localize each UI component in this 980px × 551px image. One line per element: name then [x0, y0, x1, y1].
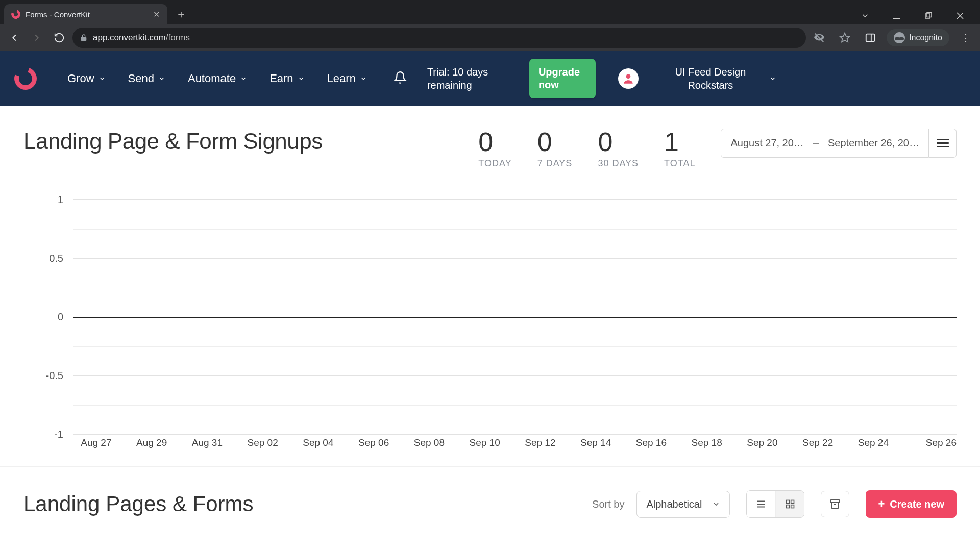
svg-rect-16 [791, 505, 794, 508]
view-list-button[interactable] [747, 491, 775, 517]
x-tick: Sep 04 [290, 437, 346, 448]
list-icon [755, 498, 767, 510]
avatar[interactable] [618, 68, 639, 89]
tracking-protection-icon[interactable] [810, 29, 828, 47]
close-window-icon[interactable] [951, 7, 969, 24]
page-title: Landing Page & Form Signups [23, 129, 323, 154]
browser-tab[interactable]: Forms - ConvertKit ✕ [4, 4, 167, 24]
svg-marker-6 [840, 33, 849, 41]
sort-selected: Alphabetical [646, 498, 702, 510]
nav-send[interactable]: Send [128, 72, 165, 85]
x-tick: Sep 18 [679, 437, 734, 448]
maximize-window-icon[interactable] [920, 7, 937, 24]
list-section-title: Landing Pages & Forms [23, 492, 254, 516]
nav-learn[interactable]: Learn [327, 72, 367, 85]
nav-label: Learn [327, 72, 356, 85]
x-tick: Sep 20 [734, 437, 790, 448]
grid-icon [785, 499, 795, 509]
app-navbar: Grow Send Automate Earn Learn Trial: 10 … [0, 51, 980, 106]
reload-button[interactable] [50, 29, 68, 47]
back-button[interactable] [5, 29, 23, 47]
bookmark-star-icon[interactable] [836, 29, 854, 47]
view-toggle [746, 490, 804, 518]
stat-today: 0 TODAY [478, 129, 511, 169]
stat-label: 30 DAYS [598, 158, 639, 169]
nav-links: Grow Send Automate Earn Learn [67, 71, 407, 86]
nav-earn[interactable]: Earn [270, 72, 304, 85]
x-tick: Sep 14 [568, 437, 624, 448]
svg-rect-2 [927, 13, 932, 17]
x-tick: Sep 26 [901, 437, 957, 448]
stat-label: TOTAL [664, 158, 695, 169]
account-name: UI Feed Design Rockstars [664, 65, 757, 92]
svg-rect-1 [925, 14, 930, 18]
x-tick: Aug 31 [180, 437, 235, 448]
y-tick: 0.5 [23, 253, 63, 264]
x-tick: Sep 22 [790, 437, 846, 448]
url-text: app.convertkit.com/forms [93, 33, 190, 43]
nav-automate[interactable]: Automate [188, 72, 247, 85]
stat-30days: 0 30 DAYS [598, 129, 639, 169]
x-tick: Sep 08 [402, 437, 457, 448]
svg-rect-0 [893, 18, 900, 19]
chevron-down-icon [769, 74, 776, 83]
tab-title: Forms - ConvertKit [26, 10, 147, 19]
side-panel-icon[interactable] [861, 29, 879, 47]
nav-label: Automate [188, 72, 236, 85]
chevron-down-icon [240, 75, 247, 82]
stat-total: 1 TOTAL [664, 129, 695, 169]
date-range-picker[interactable]: August 27, 20… – September 26, 20… [721, 129, 929, 158]
sort-select[interactable]: Alphabetical [636, 491, 730, 518]
address-bar[interactable]: app.convertkit.com/forms [72, 28, 806, 48]
y-tick: 0 [23, 311, 63, 323]
x-tick: Aug 29 [124, 437, 180, 448]
incognito-label: Incognito [909, 33, 942, 42]
svg-rect-13 [786, 500, 789, 504]
y-tick: -0.5 [23, 370, 63, 382]
y-tick: 1 [23, 194, 63, 206]
incognito-badge[interactable]: Incognito [887, 29, 949, 46]
svg-rect-7 [866, 34, 875, 41]
favicon-icon [11, 10, 20, 19]
forward-button[interactable] [28, 29, 46, 47]
upgrade-button[interactable]: Upgrade now [529, 59, 596, 98]
minimize-window-icon[interactable] [888, 7, 905, 24]
chart-menu-button[interactable] [929, 129, 957, 158]
view-grid-button[interactable] [775, 491, 804, 517]
stat-7days: 0 7 DAYS [537, 129, 573, 169]
chevron-down-icon[interactable] [856, 7, 874, 24]
x-tick: Aug 27 [68, 437, 124, 448]
sort-by-label: Sort by [592, 498, 624, 510]
x-tick: Sep 16 [624, 437, 679, 448]
nav-label: Send [128, 72, 154, 85]
archive-icon [829, 498, 841, 510]
chevron-down-icon [298, 75, 305, 82]
plus-icon: + [878, 497, 885, 511]
notifications-bell-icon[interactable] [394, 71, 407, 86]
svg-point-9 [626, 74, 631, 79]
convertkit-logo-icon[interactable] [14, 67, 37, 90]
signups-chart: 10.50-0.5-1 Aug 27Aug 29Aug 31Sep 02Sep … [23, 199, 957, 448]
stat-value: 1 [664, 129, 695, 155]
create-new-button[interactable]: + Create new [866, 490, 957, 518]
create-label: Create new [890, 498, 944, 510]
account-dropdown[interactable]: UI Feed Design Rockstars [664, 65, 776, 92]
chevron-down-icon [360, 75, 367, 82]
stats-row: 0 TODAY 0 7 DAYS 0 30 DAYS 1 TOTAL [478, 129, 695, 169]
incognito-icon [894, 32, 905, 43]
date-separator: – [813, 137, 819, 149]
x-tick: Sep 02 [235, 437, 290, 448]
trial-status: Trial: 10 days remaining [427, 65, 509, 92]
archive-button[interactable] [821, 491, 849, 517]
chevron-down-icon [158, 75, 165, 82]
stat-value: 0 [478, 129, 511, 155]
close-tab-icon[interactable]: ✕ [152, 10, 160, 18]
nav-label: Grow [67, 72, 94, 85]
browser-menu-icon[interactable]: ⋮ [957, 32, 975, 44]
new-tab-button[interactable]: ＋ [167, 4, 195, 24]
stat-label: TODAY [478, 158, 511, 169]
svg-rect-14 [791, 500, 794, 504]
nav-grow[interactable]: Grow [67, 72, 106, 85]
stat-value: 0 [598, 129, 639, 155]
x-tick: Sep 10 [457, 437, 512, 448]
